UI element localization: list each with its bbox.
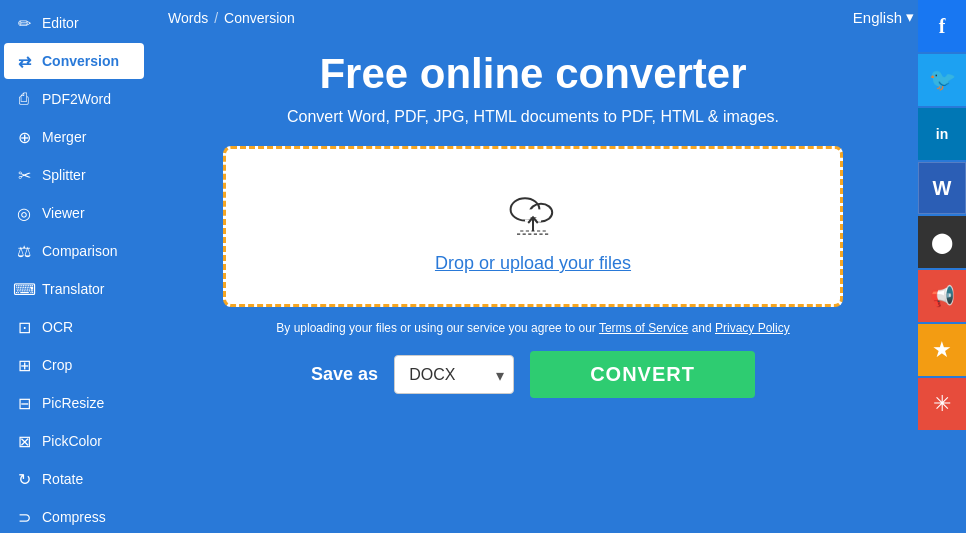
sidebar-icon-picresize: ⊟ (14, 393, 34, 413)
social-button-linkedin[interactable]: in (918, 108, 966, 160)
terms-of-service-link[interactable]: Terms of Service (599, 321, 688, 335)
sidebar-item-merger[interactable]: ⊕Merger (4, 119, 144, 155)
sidebar-label-pickcolor: PickColor (42, 433, 102, 449)
sidebar-label-splitter: Splitter (42, 167, 86, 183)
main-content: Words / Conversion English ▾ Free online… (148, 0, 918, 533)
breadcrumb-separator: / (214, 10, 218, 26)
sidebar-icon-pickcolor: ⊠ (14, 431, 34, 451)
sidebar-item-ocr[interactable]: ⊡OCR (4, 309, 144, 345)
sidebar-item-picresize[interactable]: ⊟PicResize (4, 385, 144, 421)
social-button-star[interactable]: ★ (918, 324, 966, 376)
breadcrumb-conversion: Conversion (224, 10, 295, 26)
sidebar-icon-conversion: ⇄ (14, 51, 34, 71)
sidebar-icon-ocr: ⊡ (14, 317, 34, 337)
sidebar-icon-viewer: ◎ (14, 203, 34, 223)
sidebar-label-translator: Translator (42, 281, 105, 297)
sidebar-item-conversion[interactable]: ⇄Conversion (4, 43, 144, 79)
sidebar-label-ocr: OCR (42, 319, 73, 335)
terms-and: and (688, 321, 715, 335)
sidebar-icon-editor: ✏ (14, 13, 34, 33)
sidebar-label-editor: Editor (42, 15, 79, 31)
social-button-facebook[interactable]: f (918, 0, 966, 52)
language-selector[interactable]: English ▾ (853, 8, 914, 26)
sidebar-label-comparison: Comparison (42, 243, 117, 259)
sidebar-item-translator[interactable]: ⌨Translator (4, 271, 144, 307)
sidebar-item-pdf2word[interactable]: ⎙PDF2Word (4, 81, 144, 117)
terms-prefix: By uploading your files or using our ser… (276, 321, 599, 335)
language-label: English (853, 9, 902, 26)
sidebar-item-comparison[interactable]: ⚖Comparison (4, 233, 144, 269)
sidebar-icon-crop: ⊞ (14, 355, 34, 375)
sidebar-item-editor[interactable]: ✏Editor (4, 5, 144, 41)
hero-section: Free online converter Convert Word, PDF,… (168, 34, 898, 146)
privacy-policy-link[interactable]: Privacy Policy (715, 321, 790, 335)
sidebar-item-compress[interactable]: ⊃Compress (4, 499, 144, 533)
social-button-twitter[interactable]: 🐦 (918, 54, 966, 106)
sidebar-icon-rotate: ↻ (14, 469, 34, 489)
sidebar-label-picresize: PicResize (42, 395, 104, 411)
sidebar-icon-translator: ⌨ (14, 279, 34, 299)
sidebar-icon-pdf2word: ⎙ (14, 89, 34, 109)
convert-button[interactable]: CONVERT (530, 351, 755, 398)
sidebar: ✏Editor⇄Conversion⎙PDF2Word⊕Merger✂Split… (0, 0, 148, 533)
social-button-word[interactable]: W (918, 162, 966, 214)
action-row: Save as DOCXPDFHTMLJPGPNG CONVERT (168, 351, 898, 398)
sidebar-label-compress: Compress (42, 509, 106, 525)
language-chevron: ▾ (906, 8, 914, 26)
sidebar-icon-compress: ⊃ (14, 507, 34, 527)
sidebar-icon-merger: ⊕ (14, 127, 34, 147)
sidebar-item-crop[interactable]: ⊞Crop (4, 347, 144, 383)
sidebar-label-conversion: Conversion (42, 53, 119, 69)
social-button-announce[interactable]: 📢 (918, 270, 966, 322)
sidebar-icon-splitter: ✂ (14, 165, 34, 185)
format-select-wrapper: DOCXPDFHTMLJPGPNG (394, 355, 514, 394)
social-button-asterisk[interactable]: ✳ (918, 378, 966, 430)
save-as-label: Save as (311, 364, 378, 385)
terms-text: By uploading your files or using our ser… (168, 321, 898, 335)
dropzone[interactable]: Drop or upload your files (223, 146, 843, 307)
sidebar-label-pdf2word: PDF2Word (42, 91, 111, 107)
hero-title: Free online converter (168, 50, 898, 98)
dropzone-container: Drop or upload your files (208, 146, 858, 307)
sidebar-label-viewer: Viewer (42, 205, 85, 221)
sidebar-label-crop: Crop (42, 357, 72, 373)
sidebar-item-splitter[interactable]: ✂Splitter (4, 157, 144, 193)
hero-subtitle: Convert Word, PDF, JPG, HTML documents t… (168, 108, 898, 126)
upload-icon (501, 179, 565, 243)
sidebar-icon-comparison: ⚖ (14, 241, 34, 261)
breadcrumb-words[interactable]: Words (168, 10, 208, 26)
sidebar-item-rotate[interactable]: ↻Rotate (4, 461, 144, 497)
format-select[interactable]: DOCXPDFHTMLJPGPNG (394, 355, 514, 394)
breadcrumb: Words / Conversion (168, 0, 898, 34)
dropzone-text[interactable]: Drop or upload your files (435, 253, 631, 274)
sidebar-label-merger: Merger (42, 129, 86, 145)
social-panel: f🐦inW⬤📢★✳ (918, 0, 966, 533)
social-button-github[interactable]: ⬤ (918, 216, 966, 268)
sidebar-item-pickcolor[interactable]: ⊠PickColor (4, 423, 144, 459)
sidebar-label-rotate: Rotate (42, 471, 83, 487)
sidebar-item-viewer[interactable]: ◎Viewer (4, 195, 144, 231)
